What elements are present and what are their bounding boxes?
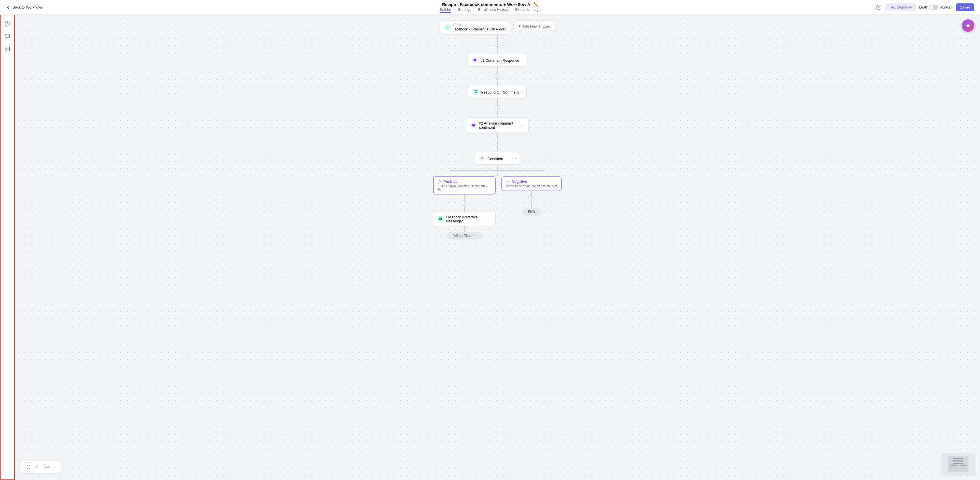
clock-icon[interactable] xyxy=(876,5,881,10)
respond-on-comment-node[interactable]: Respond On Comment ··· xyxy=(468,86,527,98)
tab-execution[interactable]: Execution Logs xyxy=(515,7,540,13)
default-timeout-node: Default Timeout xyxy=(447,232,482,239)
main-layout: Trigger Facebook - Comment(s) On A Post … xyxy=(0,15,980,480)
node-4-header: Condition ··· xyxy=(479,155,516,162)
fb-node-header: Facebook Interactive Messenger ··· xyxy=(438,215,492,223)
node-2-menu[interactable]: ··· xyxy=(519,89,522,94)
back-arrow-icon xyxy=(6,5,10,10)
node-1-row: #1 Comment Response xyxy=(472,57,519,63)
positive-branch: Positive If "#2 Analyse comment sentimen… xyxy=(433,176,496,239)
analyse-sentiment-node[interactable]: #2 Analyse comment sentiment ··· xyxy=(466,117,529,133)
connector-timeout xyxy=(464,227,465,232)
add-node-button-1[interactable]: + xyxy=(495,41,500,47)
line-4b xyxy=(497,145,498,152)
comment-response-node[interactable]: #1 Comment Response ··· xyxy=(468,54,527,66)
negative-icon xyxy=(506,180,510,184)
plus-icon: + xyxy=(518,24,521,29)
trigger-text: Trigger Facebook - Comment(s) On A Post xyxy=(453,24,506,31)
branch-right-stem xyxy=(545,170,545,176)
line-3 xyxy=(497,98,498,105)
line-2 xyxy=(497,66,498,73)
trigger-check-icon xyxy=(444,24,450,31)
condition-icon xyxy=(479,155,485,162)
connector-1: + xyxy=(495,35,500,54)
add-node-button-2[interactable]: + xyxy=(495,73,500,79)
node-4-menu[interactable]: ··· xyxy=(512,156,516,161)
negative-branch: Negative When none of the conditions are… xyxy=(501,176,562,215)
branch-line-area xyxy=(438,165,557,176)
fb-node-row: Facebook Interactive Messenger xyxy=(438,215,488,223)
branch-area: Positive If "#2 Analyse comment sentimen… xyxy=(433,165,562,239)
positive-title: Positive xyxy=(438,179,491,184)
tab-settings[interactable]: Settings xyxy=(458,7,471,13)
left-sidebar xyxy=(0,15,15,480)
branch-nodes: Positive If "#2 Analyse comment sentimen… xyxy=(433,176,562,239)
condition-node[interactable]: Condition ··· xyxy=(475,152,520,165)
tab-builder[interactable]: Builder xyxy=(440,7,451,13)
line-3b xyxy=(497,111,498,117)
draft-label: Draft xyxy=(919,5,927,10)
fb-icon xyxy=(438,216,444,222)
positive-branch-node[interactable]: Positive If "#2 Analyse comment sentimen… xyxy=(433,176,496,195)
add-trigger-label: Add New Trigger xyxy=(522,24,550,29)
add-node-button-3[interactable]: + xyxy=(495,105,500,111)
toggle-switch[interactable] xyxy=(929,5,939,10)
line-2b xyxy=(497,79,498,86)
trigger-title: Facebook - Comment(s) On A Post xyxy=(453,27,506,31)
positive-icon xyxy=(438,180,442,184)
tab-enrollment[interactable]: Enrollment History xyxy=(478,7,508,13)
ai-icon-2 xyxy=(470,122,477,128)
positive-desc: If "#2 Analyse comment sentiment - R... xyxy=(438,184,491,191)
connector-3: + xyxy=(495,98,500,117)
svg-rect-2 xyxy=(5,47,10,51)
publish-label: Publish xyxy=(940,5,952,10)
connector-4: + xyxy=(495,133,500,152)
trigger-label: Trigger xyxy=(453,24,506,27)
connector-negative: + xyxy=(529,191,535,208)
timeout-label: Default Timeout xyxy=(452,234,476,238)
test-workflow-button[interactable]: Test Workflow xyxy=(885,3,916,11)
tab-bar: Builder Settings Enrollment History Exec… xyxy=(440,7,541,13)
node-3-header: #2 Analyse comment sentiment ··· xyxy=(470,120,525,130)
sidebar-layout-icon[interactable] xyxy=(3,45,11,53)
end-node: END xyxy=(522,208,541,215)
add-node-button-4[interactable]: + xyxy=(495,139,500,145)
sidebar-chat-icon[interactable] xyxy=(3,32,11,40)
trigger-node[interactable]: Trigger Facebook - Comment(s) On A Post xyxy=(440,21,510,35)
ai-icon-1 xyxy=(472,57,478,63)
node-1-menu[interactable]: ··· xyxy=(519,57,523,63)
edit-icon[interactable]: ✏️ xyxy=(533,2,538,6)
line-4 xyxy=(497,133,498,139)
line-1b xyxy=(497,47,498,54)
page-title: Recipe - Facebook comments + Workflow AI… xyxy=(442,2,538,7)
negative-branch-node[interactable]: Negative When none of the conditions are… xyxy=(501,176,562,191)
node-4-row: Condition xyxy=(479,155,503,162)
node-4-title: Condition xyxy=(487,157,503,161)
fb-node-title: Facebook Interactive Messenger xyxy=(446,215,488,223)
node-3-menu[interactable]: ··· xyxy=(521,122,525,128)
fb-node-menu[interactable]: ··· xyxy=(488,216,492,222)
back-button[interactable]: Back to Workflows xyxy=(6,5,43,10)
zoom-in-button[interactable]: + xyxy=(35,464,38,469)
trigger-section: Trigger Facebook - Comment(s) On A Post … xyxy=(440,21,555,35)
zoom-controls: + 89% − xyxy=(21,461,60,473)
connector-positive: + xyxy=(461,195,467,212)
zoom-out-button[interactable]: − xyxy=(54,464,57,469)
add-trigger-button[interactable]: + Add New Trigger xyxy=(513,21,555,32)
nav-right: Test Workflow Draft Publish Saved xyxy=(876,3,974,11)
add-node-positive[interactable]: + xyxy=(461,200,467,206)
toggle-knob xyxy=(929,5,933,10)
facebook-messenger-node[interactable]: Facebook Interactive Messenger ··· xyxy=(433,212,496,227)
back-label: Back to Workflows xyxy=(13,5,43,10)
negative-title: Negative xyxy=(506,179,557,184)
saved-button[interactable]: Saved xyxy=(956,3,974,11)
workflow-canvas: Trigger Facebook - Comment(s) On A Post … xyxy=(15,15,980,480)
add-node-negative[interactable]: + xyxy=(529,197,535,203)
expand-button[interactable] xyxy=(24,463,33,472)
nav-center: Recipe - Facebook comments + Workflow AI… xyxy=(440,2,541,13)
magic-button[interactable] xyxy=(962,19,974,32)
zoom-level: 89% xyxy=(41,465,52,469)
sidebar-history-icon[interactable] xyxy=(3,20,11,28)
line-1 xyxy=(497,35,498,41)
branch-horizontal xyxy=(450,170,545,171)
